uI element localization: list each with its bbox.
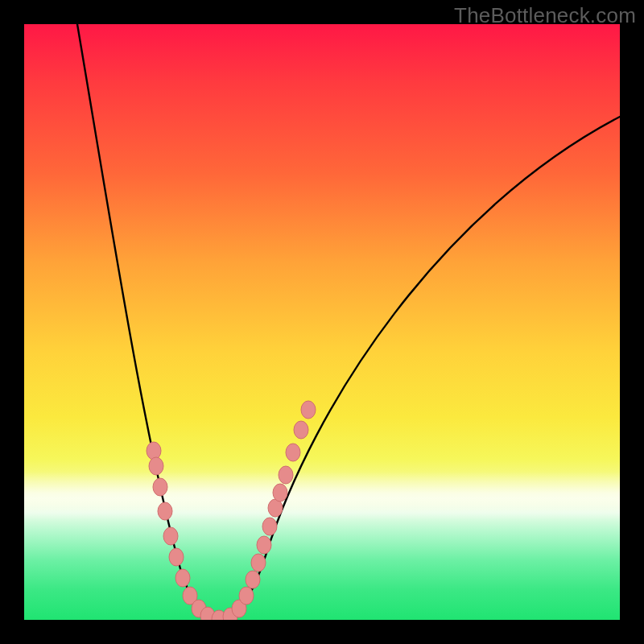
dots-left (147, 442, 226, 620)
data-dot (153, 478, 167, 496)
data-dot (273, 484, 287, 502)
chart-frame: TheBottleneck.com (0, 0, 644, 644)
data-dot (246, 571, 260, 588)
data-dot (239, 587, 254, 605)
data-dot (262, 518, 277, 535)
dots-right (223, 401, 316, 620)
plot-area (24, 24, 620, 620)
data-dot (294, 421, 308, 439)
data-dot (147, 442, 161, 460)
watermark-text: TheBottleneck.com (454, 3, 636, 28)
data-dot (163, 527, 178, 545)
data-dot (286, 444, 300, 461)
data-dot (158, 502, 172, 520)
data-dot (169, 548, 184, 566)
data-dot (251, 554, 266, 572)
data-dot (301, 401, 316, 419)
data-dot (175, 569, 190, 587)
data-dot (279, 466, 293, 484)
data-dots (24, 24, 620, 620)
data-dot (257, 536, 271, 554)
data-dot (149, 457, 163, 475)
